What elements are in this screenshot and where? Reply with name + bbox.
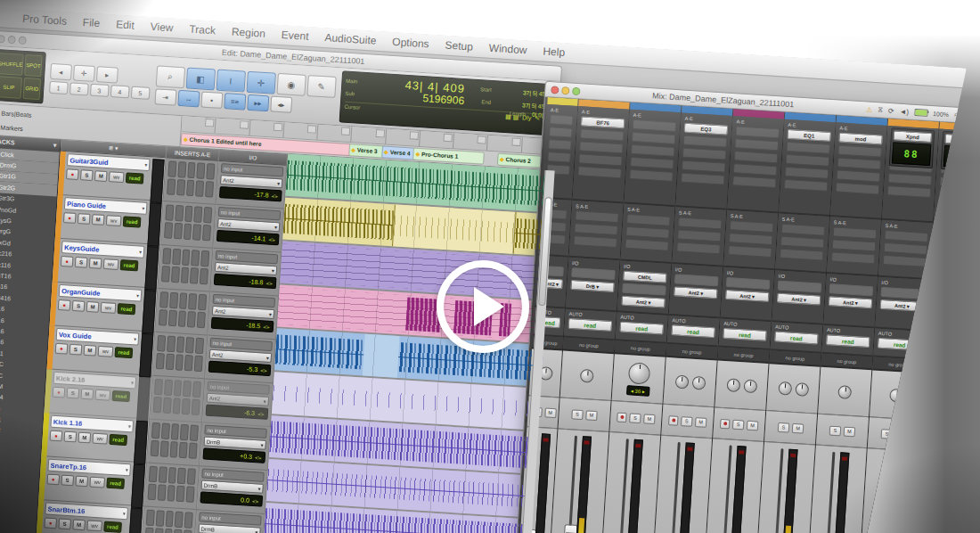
mix-insert-slot[interactable]: EQ3 bbox=[684, 123, 729, 135]
zoom-preset-4[interactable]: 4 bbox=[110, 85, 130, 98]
mix-insert-slot[interactable] bbox=[888, 173, 933, 185]
insert-slot[interactable] bbox=[161, 422, 170, 439]
menu-item-view[interactable]: View bbox=[150, 20, 174, 35]
insert-slot[interactable] bbox=[184, 355, 193, 372]
insert-slot[interactable] bbox=[197, 312, 206, 329]
insert-slot[interactable] bbox=[169, 441, 178, 458]
insert-slot[interactable] bbox=[167, 467, 176, 484]
mix-send-slot[interactable] bbox=[573, 235, 617, 248]
mix-insert-slot[interactable] bbox=[683, 135, 728, 148]
insert-slot[interactable] bbox=[195, 180, 204, 197]
automation-mode-button[interactable]: read bbox=[568, 318, 613, 332]
track-name-vox-guide[interactable]: Vox Guide▾ bbox=[56, 328, 140, 346]
solo-button[interactable]: S bbox=[67, 388, 80, 399]
record-enable-button[interactable]: ● bbox=[53, 387, 66, 398]
solo-button[interactable]: S bbox=[75, 257, 88, 268]
track-view-selector[interactable]: wv bbox=[89, 477, 105, 488]
insert-slot[interactable] bbox=[148, 484, 157, 501]
solo-button[interactable]: S bbox=[63, 431, 77, 443]
mix-insert-slot[interactable] bbox=[547, 152, 571, 163]
solo-button[interactable]: S bbox=[80, 169, 94, 181]
mix-output-selector[interactable]: Ant2 ▾ bbox=[932, 302, 963, 315]
mix-send-slot[interactable] bbox=[676, 242, 721, 254]
marker-verse-3[interactable]: ◆Verse 3 bbox=[348, 144, 386, 159]
mix-mute-button[interactable]: M bbox=[585, 410, 598, 421]
mix-send-slot[interactable] bbox=[935, 258, 963, 271]
insert-slot[interactable] bbox=[202, 225, 211, 242]
instrument-plugin-window[interactable]: Xpnd88 bbox=[941, 131, 963, 172]
selector-tool[interactable]: I bbox=[216, 70, 245, 93]
insert-slot[interactable] bbox=[190, 267, 199, 284]
warning-icon[interactable]: ⚠ bbox=[866, 105, 873, 113]
insert-slot[interactable] bbox=[146, 510, 155, 527]
automation-mode-button[interactable]: read bbox=[774, 331, 819, 344]
insert-slot[interactable] bbox=[168, 310, 177, 327]
zoom-preset-3[interactable]: 3 bbox=[90, 84, 110, 97]
track-view-selector[interactable]: wv bbox=[98, 346, 114, 357]
mix-input-selector[interactable] bbox=[880, 287, 925, 299]
mix-insert-slot[interactable]: EQ1 bbox=[787, 129, 831, 142]
mute-button[interactable]: M bbox=[92, 214, 105, 226]
menu-item-file[interactable]: File bbox=[82, 16, 100, 29]
insert-slot[interactable] bbox=[183, 381, 192, 398]
mix-insert-slot[interactable] bbox=[629, 169, 674, 182]
insert-slot[interactable] bbox=[169, 292, 178, 309]
track-name-kick-1-16[interactable]: Kick 1.16▾ bbox=[50, 415, 134, 433]
mix-mute-button[interactable]: M bbox=[643, 414, 656, 424]
fader-track[interactable] bbox=[764, 448, 784, 533]
insert-slot[interactable] bbox=[175, 354, 184, 371]
insert-slot[interactable] bbox=[156, 510, 165, 527]
mix-insert-slot[interactable] bbox=[785, 167, 829, 179]
track-view-selector[interactable]: wv bbox=[86, 520, 102, 531]
mix-send-slot[interactable] bbox=[575, 210, 619, 223]
mix-insert-slot[interactable] bbox=[633, 119, 677, 132]
volume-display[interactable]: 0.0◂0▸ bbox=[200, 491, 263, 506]
insert-slot[interactable] bbox=[176, 486, 185, 503]
fader-track[interactable] bbox=[919, 458, 939, 533]
mix-insert-slot[interactable] bbox=[578, 153, 623, 166]
insert-slot[interactable] bbox=[154, 379, 163, 396]
mix-send-slot[interactable] bbox=[625, 239, 669, 251]
insert-slot[interactable] bbox=[177, 161, 186, 178]
mix-insert-slot[interactable] bbox=[786, 154, 830, 167]
menu-item-pro-tools[interactable]: Pro Tools bbox=[22, 12, 68, 28]
mix-insert-slot[interactable] bbox=[548, 139, 572, 151]
track-name-snarbtm-16[interactable]: SnarBtm.16▾ bbox=[45, 502, 128, 520]
automation-mode-button[interactable]: read bbox=[619, 322, 664, 335]
insert-slot[interactable] bbox=[175, 512, 184, 529]
track-view-selector[interactable]: wv bbox=[101, 302, 117, 314]
zoom-button[interactable] bbox=[572, 86, 581, 95]
mute-button[interactable]: M bbox=[75, 476, 88, 488]
insert-slot[interactable] bbox=[177, 468, 186, 485]
mix-send-slot[interactable] bbox=[626, 214, 671, 226]
insert-slot[interactable] bbox=[174, 223, 183, 240]
insert-slot[interactable] bbox=[159, 440, 168, 457]
mix-input-selector[interactable] bbox=[674, 274, 719, 286]
mix-mute-button[interactable]: M bbox=[747, 420, 759, 430]
insert-slot[interactable] bbox=[166, 354, 175, 371]
insertion-follows-button[interactable]: ▸▸ bbox=[247, 94, 269, 111]
mix-send-slot[interactable] bbox=[833, 226, 878, 239]
insert-slot[interactable] bbox=[167, 336, 176, 353]
grabber-tool[interactable]: ✛ bbox=[246, 71, 275, 94]
mix-window-lights[interactable] bbox=[551, 86, 581, 95]
menu-item-window[interactable]: Window bbox=[488, 42, 527, 57]
solo-button[interactable]: S bbox=[78, 213, 91, 225]
mix-insert-slot[interactable] bbox=[682, 160, 726, 173]
insert-slot[interactable] bbox=[167, 485, 176, 502]
mix-input-selector[interactable] bbox=[829, 283, 874, 296]
fader-track[interactable] bbox=[713, 446, 732, 533]
menu-item-edit[interactable]: Edit bbox=[116, 18, 135, 31]
insert-slot[interactable] bbox=[164, 529, 173, 533]
insert-slot[interactable] bbox=[172, 398, 181, 414]
mix-insert-slot[interactable] bbox=[735, 138, 780, 151]
pan-knob[interactable] bbox=[627, 362, 649, 384]
mix-insert-slot[interactable] bbox=[733, 163, 778, 176]
mix-solo-button[interactable]: S bbox=[829, 425, 842, 436]
insert-slot[interactable] bbox=[177, 310, 186, 327]
track-name-guitar3guid[interactable]: Guitar3Guid▾ bbox=[67, 153, 151, 171]
automation-mode-button[interactable]: read bbox=[120, 259, 139, 271]
zoom-preset-1[interactable]: 1 bbox=[49, 81, 69, 94]
record-enable-button[interactable]: ● bbox=[63, 212, 77, 224]
mix-output-selector[interactable]: DrB ▾ bbox=[570, 280, 615, 292]
